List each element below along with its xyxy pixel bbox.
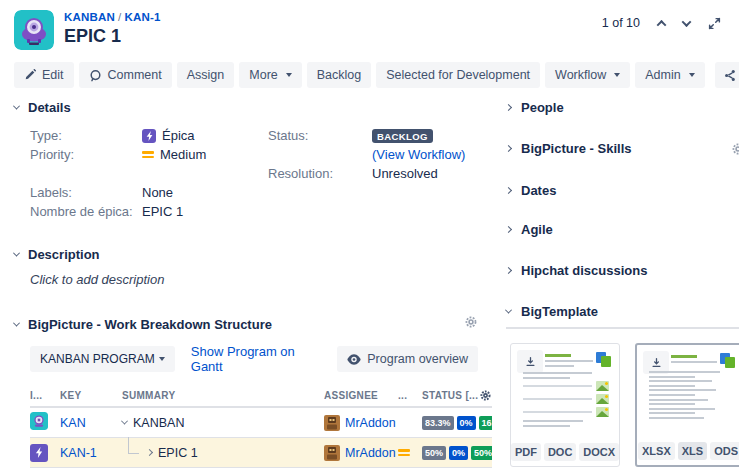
tree-connector bbox=[128, 437, 139, 454]
description-placeholder[interactable]: Click to add description bbox=[30, 272, 492, 287]
sidebar-section-agile[interactable]: Agile bbox=[506, 222, 739, 237]
download-template-button[interactable] bbox=[517, 350, 543, 373]
export-docx-button[interactable]: DOCX bbox=[579, 443, 619, 461]
export-ods-button[interactable]: ODS bbox=[710, 442, 739, 460]
status-field: Status: BACKLOG bbox=[268, 126, 492, 145]
description-section-header[interactable]: Description bbox=[14, 247, 492, 262]
expand-button[interactable] bbox=[708, 17, 721, 30]
download-icon bbox=[525, 356, 536, 368]
selected-for-development-button[interactable]: Selected for Development bbox=[376, 62, 540, 88]
chevron-down-icon bbox=[13, 320, 20, 327]
previous-issue-button[interactable] bbox=[658, 20, 665, 27]
column-header-priority[interactable]: ... bbox=[398, 390, 422, 401]
next-issue-button[interactable] bbox=[683, 20, 690, 27]
tree-expand-icon[interactable] bbox=[146, 449, 153, 456]
wbs-section-title: BigPicture - Work Breakdown Structure bbox=[28, 317, 272, 332]
skills-section-title: BigPicture - Skills bbox=[521, 141, 632, 156]
sidebar-section-skills[interactable]: BigPicture - Skills bbox=[506, 141, 739, 156]
table-row[interactable]: KAN-1 EPIC 1 MrAddon 50% bbox=[30, 438, 492, 468]
view-workflow-link[interactable]: (View Workflow) bbox=[372, 147, 465, 162]
chevron-down-icon bbox=[689, 73, 695, 77]
row-key-link[interactable]: KAN-1 bbox=[60, 446, 122, 460]
status-badge-open: 16. bbox=[479, 416, 492, 430]
edit-button[interactable]: Edit bbox=[14, 62, 74, 88]
details-right-fields: Status: BACKLOG (View Workflow) Resoluti… bbox=[268, 126, 492, 221]
row-key-link[interactable]: KAN bbox=[60, 416, 122, 430]
details-section-header[interactable]: Details bbox=[14, 100, 492, 115]
export-xlsx-button[interactable]: XLSX bbox=[638, 442, 675, 460]
expand-icon bbox=[708, 17, 721, 30]
labels-value-text: None bbox=[142, 185, 173, 200]
program-overview-label: Program overview bbox=[367, 352, 468, 366]
skills-settings-button[interactable] bbox=[731, 142, 739, 156]
priority-medium-icon bbox=[398, 448, 410, 457]
table-settings-button[interactable] bbox=[479, 389, 492, 402]
comment-button[interactable]: Comment bbox=[79, 62, 172, 88]
chevron-up-icon bbox=[657, 19, 667, 29]
template-preview-body bbox=[523, 372, 609, 429]
export-doc-button[interactable]: DOC bbox=[544, 443, 576, 461]
program-selector-dropdown[interactable]: KANBAN PROGRAM bbox=[30, 346, 175, 372]
description-section: Description Click to add description bbox=[14, 247, 492, 287]
template-card-word[interactable]: PDF DOC DOCX bbox=[510, 343, 620, 467]
sidebar-section-bigtemplate[interactable]: BigTemplate bbox=[506, 304, 739, 319]
sidebar-section-people[interactable]: People bbox=[506, 100, 739, 115]
workflow-menu-button[interactable]: Workflow bbox=[545, 62, 630, 88]
share-button[interactable] bbox=[715, 62, 739, 88]
view-workflow-row: (View Workflow) bbox=[268, 145, 492, 164]
column-header-status[interactable]: STATUS [... bbox=[422, 389, 492, 402]
breadcrumb: KANBAN/KAN-1 bbox=[64, 11, 161, 23]
issue-view-page: KANBAN/KAN-1 EPIC 1 1 of 10 Edit Comment… bbox=[0, 0, 739, 473]
chevron-down-icon bbox=[13, 103, 20, 110]
assignee-link[interactable]: MrAddon bbox=[345, 446, 396, 460]
sidebar-section-dates[interactable]: Dates bbox=[506, 183, 739, 198]
export-pdf-button[interactable]: PDF bbox=[511, 443, 541, 461]
chevron-down-icon bbox=[13, 250, 20, 257]
wbs-table: I... KEY SUMMARY ASSIGNEE ... STATUS [..… bbox=[30, 384, 492, 468]
program-overview-button[interactable]: Program overview bbox=[337, 346, 478, 372]
chevron-down-icon bbox=[159, 357, 165, 361]
wbs-section: BigPicture - Work Breakdown Structure KA… bbox=[14, 317, 492, 468]
template-card-spreadsheet[interactable]: XLSX XLS ODS bbox=[635, 343, 739, 467]
epic-name-label: Nombre de épica: bbox=[30, 204, 142, 219]
row-status-cell: 83.3% 0% 16. bbox=[422, 416, 492, 430]
resolution-field: Resolution: Unresolved bbox=[268, 164, 492, 183]
sidebar-section-hipchat[interactable]: Hipchat discussions bbox=[506, 263, 739, 278]
export-xls-button[interactable]: XLS bbox=[678, 442, 707, 460]
status-label: Status: bbox=[268, 128, 372, 143]
breadcrumb-project-link[interactable]: KANBAN bbox=[64, 11, 115, 23]
backlog-transition-button[interactable]: Backlog bbox=[307, 62, 371, 88]
assignee-link[interactable]: MrAddon bbox=[345, 416, 396, 430]
template-cards: PDF DOC DOCX bbox=[506, 343, 739, 467]
image-thumbnail bbox=[596, 407, 609, 417]
column-header-status-label: STATUS [... bbox=[422, 390, 478, 401]
status-badge-open: 50% bbox=[471, 446, 492, 460]
column-header-type[interactable]: I... bbox=[30, 390, 60, 401]
column-header-key[interactable]: KEY bbox=[60, 390, 122, 401]
more-button-label: More bbox=[249, 68, 277, 82]
admin-menu-button[interactable]: Admin bbox=[635, 62, 704, 88]
assign-button[interactable]: Assign bbox=[177, 62, 235, 88]
template-captions: Default Default bbox=[506, 467, 739, 473]
status-badge-done: 83.3% bbox=[422, 416, 454, 430]
project-avatar-icon bbox=[30, 412, 48, 430]
wbs-table-header: I... KEY SUMMARY ASSIGNEE ... STATUS [..… bbox=[30, 384, 492, 408]
people-section-title: People bbox=[521, 100, 564, 115]
image-thumbnail bbox=[596, 394, 609, 404]
export-format-buttons: XLSX XLS ODS bbox=[640, 442, 739, 460]
bigtemplate-section-title: BigTemplate bbox=[521, 304, 598, 319]
table-row[interactable]: KAN KANBAN MrAddon 83.3% 0% bbox=[30, 408, 492, 438]
column-header-summary[interactable]: SUMMARY bbox=[122, 390, 324, 401]
more-menu-button[interactable]: More bbox=[239, 62, 301, 88]
wbs-section-header[interactable]: BigPicture - Work Breakdown Structure bbox=[14, 317, 492, 332]
wbs-settings-button[interactable] bbox=[464, 315, 478, 329]
priority-label: Priority: bbox=[30, 147, 142, 162]
tree-collapse-icon[interactable] bbox=[121, 418, 128, 425]
type-field: Type: Épica bbox=[30, 126, 268, 145]
breadcrumb-issue-link[interactable]: KAN-1 bbox=[124, 11, 160, 23]
row-summary-text: EPIC 1 bbox=[158, 446, 198, 460]
show-program-on-gantt-link[interactable]: Show Program on Gantt bbox=[191, 344, 305, 374]
eye-icon bbox=[347, 354, 361, 365]
column-header-assignee[interactable]: ASSIGNEE bbox=[324, 390, 398, 401]
row-type-cell bbox=[30, 444, 60, 462]
